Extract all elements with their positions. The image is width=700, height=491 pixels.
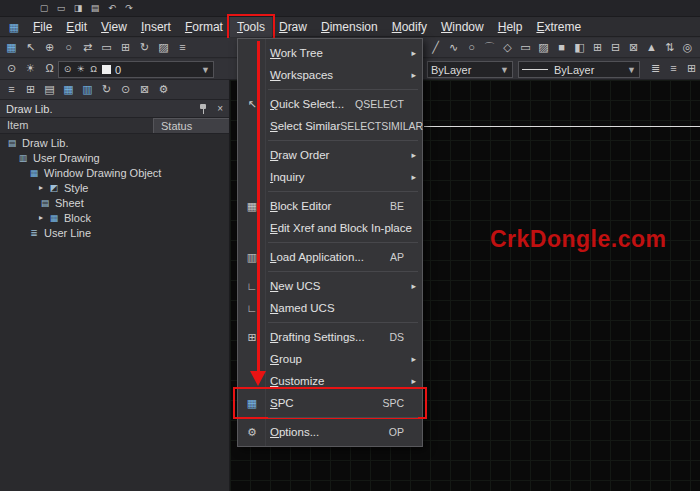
- rect-tool-icon[interactable]: ▭: [99, 40, 114, 55]
- zoom-icon[interactable]: ○: [61, 40, 76, 55]
- menu-item-named-ucs[interactable]: ∟Named UCS: [238, 297, 422, 319]
- undo-icon[interactable]: ↶: [106, 2, 118, 14]
- menu-shortcut: QSELECT: [355, 98, 416, 110]
- menu-extreme[interactable]: Extreme: [529, 17, 588, 37]
- menu-item-new-ucs[interactable]: ∟New UCS▸: [238, 275, 422, 297]
- layers-icon[interactable]: ▦: [61, 82, 76, 97]
- target-icon[interactable]: ⊙: [118, 82, 133, 97]
- point-icon[interactable]: ▲: [644, 40, 659, 55]
- tree-item-block[interactable]: ▸▦Block: [0, 210, 229, 225]
- list-view-icon[interactable]: ▤: [42, 82, 57, 97]
- sun-icon[interactable]: ☀: [75, 63, 86, 76]
- tree-item-draw-lib[interactable]: ▤Draw Lib.: [0, 135, 229, 150]
- lock-icon[interactable]: Ω: [42, 61, 57, 76]
- rectangle-icon[interactable]: ▭: [518, 40, 533, 55]
- select-icon[interactable]: ↖: [23, 40, 38, 55]
- grid-view-icon[interactable]: ⊞: [23, 82, 38, 97]
- menu-window[interactable]: Window: [434, 17, 491, 37]
- menu-item-workspaces[interactable]: Workspaces▸: [238, 64, 422, 86]
- save-icon[interactable]: ◨: [72, 2, 84, 14]
- table-icon[interactable]: ⊞: [590, 40, 605, 55]
- menu-item-load-application[interactable]: ▥Load Application...AP: [238, 246, 422, 268]
- region-icon[interactable]: ■: [554, 40, 569, 55]
- pan-icon[interactable]: ⊕: [42, 40, 57, 55]
- list-icon[interactable]: ≡: [175, 40, 190, 55]
- refresh-icon[interactable]: ↻: [99, 82, 114, 97]
- measure-icon[interactable]: ⇅: [662, 40, 677, 55]
- dropdown-caret-icon[interactable]: ▼: [497, 65, 509, 75]
- linetype-combo-value: ByLayer: [554, 64, 594, 76]
- menu-help[interactable]: Help: [491, 17, 530, 37]
- expand-arrow-icon[interactable]: ▸: [39, 213, 48, 222]
- menu-file[interactable]: File: [26, 17, 59, 37]
- visibility-icon[interactable]: ⊙: [4, 61, 19, 76]
- copy-icon[interactable]: ⊞: [118, 40, 133, 55]
- stack-icon[interactable]: ▥: [80, 82, 95, 97]
- swap-icon[interactable]: ⇄: [80, 40, 95, 55]
- new-file-icon[interactable]: ▢: [38, 2, 50, 14]
- hatch-icon[interactable]: ▨: [536, 40, 551, 55]
- menu-dimension[interactable]: Dimension: [314, 17, 385, 37]
- tree-item-style[interactable]: ▸◩Style: [0, 180, 229, 195]
- dropdown-caret-icon[interactable]: ▼: [198, 65, 210, 75]
- gradient-icon[interactable]: ◧: [572, 40, 587, 55]
- lock-icon[interactable]: Ω: [88, 63, 99, 76]
- menu-item-block-editor[interactable]: ▦Block EditorBE: [238, 195, 422, 217]
- layers-icon[interactable]: ≣: [648, 61, 663, 76]
- layer-state-icon[interactable]: ≡: [666, 61, 681, 76]
- spline-icon[interactable]: ∿: [446, 40, 461, 55]
- tree-item-sheet[interactable]: ▤Sheet: [0, 195, 229, 210]
- sun-icon[interactable]: ☀: [23, 61, 38, 76]
- settings-icon[interactable]: ⚙: [156, 82, 171, 97]
- xref-icon[interactable]: ⊠: [626, 40, 641, 55]
- menu-insert[interactable]: Insert: [134, 17, 178, 37]
- tree-item-user-drawing[interactable]: ▥User Drawing: [0, 150, 229, 165]
- menu-item-drafting-settings[interactable]: ⊞Drafting Settings...DS: [238, 326, 422, 348]
- redo-icon[interactable]: ↷: [123, 2, 135, 14]
- linetype-combo[interactable]: ByLayer ▼: [518, 61, 640, 78]
- menu-icon[interactable]: ≡: [4, 82, 19, 97]
- menu-item-group[interactable]: Group▸: [238, 348, 422, 370]
- tree-item-user-line[interactable]: ≣User Line: [0, 225, 229, 240]
- menu-item-quick-select[interactable]: ↖Quick Select...QSELECT: [238, 93, 422, 115]
- menu-tools[interactable]: Tools: [230, 17, 272, 37]
- hatch-tool-icon[interactable]: ▨: [156, 40, 171, 55]
- menu-item-options[interactable]: ⚙Options...OP: [238, 421, 422, 443]
- palette-icon[interactable]: ▦: [4, 40, 19, 55]
- close-icon[interactable]: ×: [217, 103, 223, 114]
- menu-item-spc[interactable]: ▦SPCSPC: [238, 392, 422, 414]
- pin-icon[interactable]: [199, 103, 208, 115]
- menu-item-edit-xref-and-block-in-place[interactable]: Edit Xref and Block In-place: [238, 217, 422, 239]
- menu-modify[interactable]: Modify: [385, 17, 434, 37]
- menu-draw[interactable]: Draw: [272, 17, 314, 37]
- open-file-icon[interactable]: ▭: [55, 2, 67, 14]
- menu-item-select-similar[interactable]: Select SimilarSELECTSIMILAR: [238, 115, 422, 137]
- menu-format[interactable]: Format: [178, 17, 230, 37]
- plot-icon[interactable]: ▤: [89, 2, 101, 14]
- color-combo[interactable]: ByLayer ▼: [427, 61, 513, 78]
- bulb-icon[interactable]: ⊙: [62, 63, 73, 76]
- polygon-icon[interactable]: ◇: [500, 40, 515, 55]
- menu-edit[interactable]: Edit: [59, 17, 94, 37]
- layer-combo[interactable]: ⊙☀Ω 0 ▼: [58, 61, 214, 78]
- menubar: ▦ FileEditViewInsertFormatToolsDrawDimen…: [0, 17, 700, 37]
- column-header-status[interactable]: Status: [153, 118, 229, 133]
- properties-icon[interactable]: ⊞: [684, 61, 699, 76]
- expand-arrow-icon[interactable]: ▸: [39, 183, 48, 192]
- menu-item-work-tree[interactable]: Work Tree▸: [238, 42, 422, 64]
- menu-view[interactable]: View: [94, 17, 134, 37]
- export-icon[interactable]: ⊠: [137, 82, 152, 97]
- circle-icon[interactable]: ○: [464, 40, 479, 55]
- refresh-icon[interactable]: ↻: [137, 40, 152, 55]
- layer-toolbar-icons: ⊙☀Ω: [4, 61, 57, 76]
- donut-icon[interactable]: ◎: [680, 40, 695, 55]
- column-header-item[interactable]: Item: [0, 118, 153, 133]
- menu-item-inquiry[interactable]: Inquiry▸: [238, 166, 422, 188]
- arc-icon[interactable]: ⌒: [482, 40, 497, 55]
- block-icon[interactable]: ⊟: [608, 40, 623, 55]
- menu-item-draw-order[interactable]: Draw Order▸: [238, 144, 422, 166]
- dropdown-caret-icon[interactable]: ▼: [624, 65, 636, 75]
- tree-item-window-drawing-object[interactable]: ▦Window Drawing Object: [0, 165, 229, 180]
- menu-separator: [238, 86, 422, 93]
- line-icon[interactable]: ╱: [428, 40, 443, 55]
